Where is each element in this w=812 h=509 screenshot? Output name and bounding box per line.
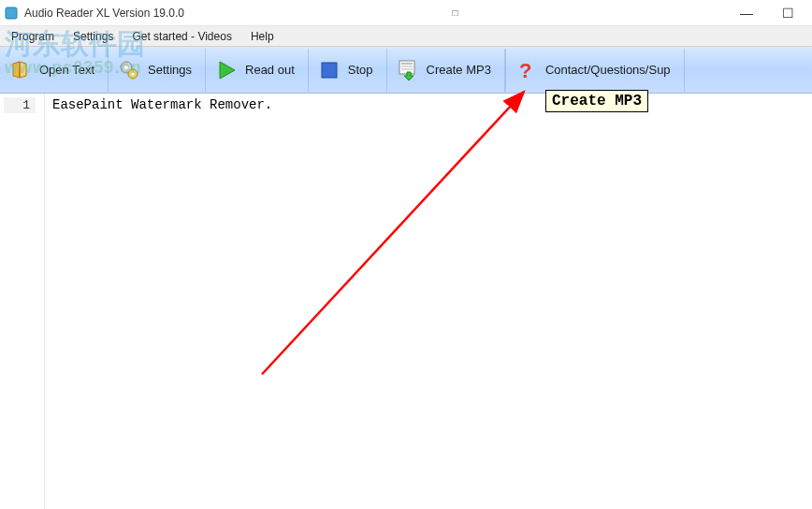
stop-label: Stop (348, 63, 373, 77)
menu-help[interactable]: Help (243, 28, 282, 45)
settings-button[interactable]: Settings (109, 49, 206, 92)
text-editor[interactable]: EasePaint Watermark Remover. (45, 94, 812, 509)
line-gutter: 1 (0, 94, 45, 509)
newspaper-download-icon (397, 59, 419, 81)
svg-point-5 (131, 72, 134, 75)
create-mp3-button[interactable]: Create MP3 (387, 49, 505, 92)
minimize-button[interactable]: — (726, 0, 767, 26)
svg-point-3 (124, 65, 128, 69)
open-text-label: Open Text (39, 63, 94, 77)
tooltip-create-mp3: Create MP3 (545, 90, 648, 112)
window-title: Audio Reader XL Version 19.0.0 (24, 7, 184, 20)
gear-icon (118, 59, 140, 81)
open-text-icon (9, 59, 32, 81)
open-text-button[interactable]: Open Text (0, 49, 109, 92)
maximize-button[interactable]: ☐ (767, 0, 808, 26)
stop-button[interactable]: Stop (309, 49, 387, 92)
menu-settings[interactable]: Settings (65, 28, 121, 45)
stop-icon (318, 59, 341, 81)
toolbar: Open Text Settings Read out Stop (0, 47, 812, 94)
create-mp3-label: Create MP3 (427, 63, 491, 77)
contact-label: Contact/Questions/Sup (545, 63, 671, 77)
contact-button[interactable]: ? Contact/Questions/Sup (505, 49, 685, 92)
svg-text:?: ? (519, 59, 531, 81)
play-icon (215, 59, 238, 81)
question-icon: ? (515, 59, 538, 81)
app-icon (4, 6, 19, 21)
titlebar-center-glyph: □ (184, 7, 726, 18)
editor-content: EasePaint Watermark Remover. (52, 97, 272, 112)
menubar: Program Settings Get started - Videos He… (0, 26, 812, 47)
svg-rect-7 (322, 63, 337, 78)
menu-get-started[interactable]: Get started - Videos (124, 28, 239, 45)
settings-label: Settings (148, 63, 192, 77)
read-out-label: Read out (245, 63, 295, 77)
svg-rect-0 (6, 7, 17, 19)
svg-marker-6 (220, 62, 235, 79)
titlebar: Audio Reader XL Version 19.0.0 □ — ☐ (0, 0, 812, 26)
line-number: 1 (4, 97, 36, 113)
window-controls: — ☐ (726, 0, 808, 26)
read-out-button[interactable]: Read out (206, 49, 309, 92)
editor-area: 1 EasePaint Watermark Remover. (0, 94, 812, 509)
menu-program[interactable]: Program (4, 28, 62, 45)
